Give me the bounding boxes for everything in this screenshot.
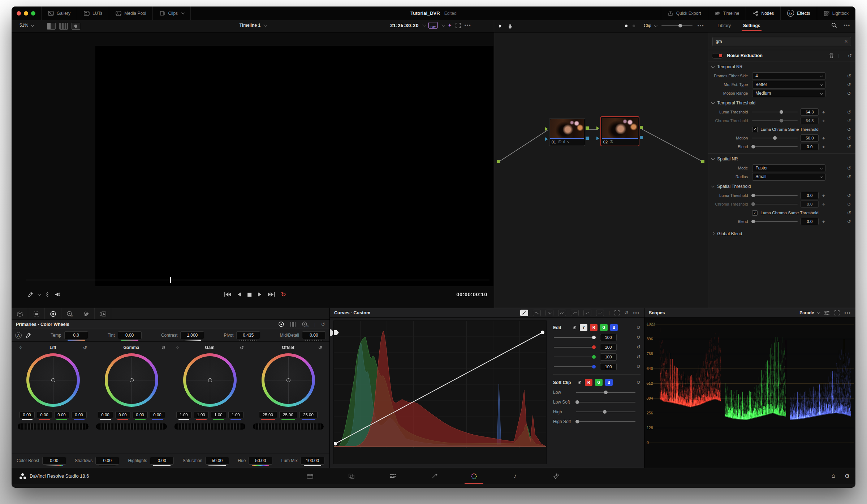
edit-page-button[interactable] [383, 468, 403, 484]
viewer-options-menu[interactable]: ••• [465, 23, 471, 28]
reset-icon[interactable]: ↺ [847, 91, 851, 96]
wipe-indicator-on[interactable] [625, 25, 627, 27]
log-mode-icon[interactable]: LOG [302, 321, 309, 327]
tnr-motion-slider[interactable] [752, 138, 798, 138]
section-spatial-threshold[interactable]: Spatial Threshold [708, 182, 855, 191]
viewmode-grid-button[interactable] [59, 23, 68, 30]
gain-master-wheel[interactable] [174, 423, 245, 430]
reset-icon[interactable]: ↺ [847, 210, 851, 216]
node-01[interactable]: 01 ⓕ ıl ∿ [549, 118, 585, 146]
sat-vs-lum-curve-icon[interactable] [596, 310, 604, 316]
clips-button[interactable]: Clips [152, 7, 191, 20]
channel-r-button[interactable]: R [590, 324, 598, 331]
keyframe-icon[interactable]: ◆ [822, 136, 825, 140]
node-02-selected[interactable]: 02 ⓕ [600, 116, 639, 146]
hue-vs-sat-curve-icon[interactable] [545, 310, 553, 316]
lift-reset-icon[interactable]: ↺ [83, 345, 87, 350]
snr-blend-slider[interactable] [752, 221, 798, 222]
settings-options-menu[interactable]: ••• [844, 23, 850, 28]
node-zoom-slider[interactable] [661, 25, 693, 26]
channel-y-button[interactable]: Y [580, 324, 587, 331]
proxy-icon[interactable]: PXY [428, 22, 438, 29]
snr-blend-value[interactable]: 0.0 [801, 218, 819, 225]
reset-icon[interactable]: ↺ [847, 109, 851, 115]
hue-value[interactable]: 50.00 [249, 457, 272, 465]
expand-scopes-icon[interactable] [834, 310, 840, 315]
node-02-key-input[interactable] [596, 137, 599, 140]
source-output-port[interactable] [497, 160, 500, 163]
lum-vs-sat-curve-icon[interactable] [571, 310, 579, 316]
bars-mode-icon[interactable] [290, 322, 296, 327]
keyframe-icon[interactable]: ◆ [822, 145, 825, 148]
snr-mode-select[interactable]: Faster [752, 164, 825, 172]
keyframe-icon[interactable]: ◆ [822, 110, 825, 114]
viewmode-split-button[interactable] [72, 23, 80, 30]
lift-color-wheel[interactable] [26, 353, 80, 407]
deliver-page-button[interactable] [546, 468, 566, 484]
shadows-value[interactable]: 0.00 [95, 457, 119, 465]
tnr-same-threshold-checkbox[interactable]: ✓ [752, 127, 758, 132]
tnr-chroma-slider[interactable] [752, 120, 798, 121]
reset-icon[interactable]: ↺ [847, 193, 851, 198]
scope-mode-select[interactable]: Parade [799, 310, 819, 315]
saturation-value[interactable]: 50.00 [205, 457, 229, 465]
cut-page-button[interactable] [341, 468, 362, 484]
minimize-button[interactable] [24, 11, 28, 16]
sink-input-port[interactable] [701, 160, 704, 163]
play-button[interactable] [258, 292, 262, 297]
color-wheels-tool-button[interactable] [45, 308, 61, 319]
lift-master-wheel[interactable] [18, 423, 89, 430]
keyframe-icon[interactable]: ◆ [822, 220, 825, 223]
softclip-g-button[interactable]: G [595, 379, 603, 386]
settings-search-input[interactable]: gra ✕ [712, 37, 851, 46]
channel-g-button[interactable]: G [600, 324, 608, 331]
enhance-icon[interactable]: ✦ [448, 22, 452, 28]
nodes-panel-button[interactable]: Nodes [746, 7, 780, 20]
reset-icon[interactable]: ↺ [637, 325, 640, 330]
scopes-options-menu[interactable]: ••• [844, 310, 851, 315]
color-match-tool-button[interactable] [28, 308, 45, 319]
y-gain-slider[interactable] [554, 337, 595, 338]
reset-icon[interactable]: ↺ [847, 144, 851, 150]
expand-curves-icon[interactable] [614, 310, 620, 315]
tint-value[interactable]: 0.00 [118, 331, 142, 339]
auto-balance-icon[interactable]: A [15, 332, 22, 339]
keyframe-icon[interactable]: ◆ [822, 119, 825, 122]
snr-same-threshold-checkbox[interactable]: ✓ [752, 210, 758, 216]
custom-curve-mode-icon[interactable] [520, 310, 528, 316]
sat-vs-sat-curve-icon[interactable] [583, 310, 591, 316]
node-02-rgb-output[interactable] [640, 126, 643, 129]
g-gain-slider[interactable] [554, 357, 595, 357]
reset-icon[interactable]: ↺ [847, 174, 851, 180]
pivot-value[interactable]: 0.435 [236, 331, 260, 339]
contrast-value[interactable]: 1.000 [180, 331, 204, 339]
lightbox-button[interactable]: Lightbox [817, 7, 855, 20]
zoom-button[interactable] [31, 11, 35, 16]
node-01-key-input[interactable] [545, 137, 548, 141]
y-gain-value[interactable]: 100 [600, 334, 617, 341]
softclip-low-slider[interactable] [576, 392, 635, 393]
snr-chroma-value[interactable]: 0.0 [801, 201, 819, 208]
luts-button[interactable]: LUTs [77, 7, 109, 20]
reset-icon[interactable]: ↺ [637, 380, 640, 385]
link-channels-icon[interactable] [577, 380, 582, 385]
node-graph[interactable]: 01 ⓕ ıl ∿ 02 ⓕ [494, 33, 708, 308]
noise-reduction-toggle[interactable] [712, 53, 723, 59]
mid-detail-value[interactable]: 0.00 [302, 331, 326, 339]
timeline-panel-button[interactable]: Timeline [708, 7, 746, 20]
reset-icon[interactable]: ↺ [847, 202, 851, 207]
primaries-reset-icon[interactable]: ↺ [321, 322, 325, 327]
reset-icon[interactable]: ↺ [637, 344, 640, 350]
viewer-zoom-select[interactable]: 51% [20, 23, 33, 28]
camera-raw-tool-button[interactable] [12, 308, 28, 319]
fairlight-page-button[interactable]: ♪ [505, 468, 525, 484]
rgb-mixer-tool-button[interactable] [78, 308, 95, 319]
b-gain-slider[interactable] [554, 366, 595, 367]
softclip-b-button[interactable]: B [605, 379, 613, 386]
section-spatial-nr[interactable]: Spatial NR [708, 154, 855, 164]
reset-icon[interactable]: ↺ [847, 118, 851, 124]
clear-search-icon[interactable]: ✕ [844, 39, 848, 44]
motion-est-type-select[interactable]: Better [752, 81, 825, 89]
motion-effects-tool-button[interactable] [95, 308, 111, 319]
white-balance-picker-icon[interactable] [25, 332, 31, 338]
